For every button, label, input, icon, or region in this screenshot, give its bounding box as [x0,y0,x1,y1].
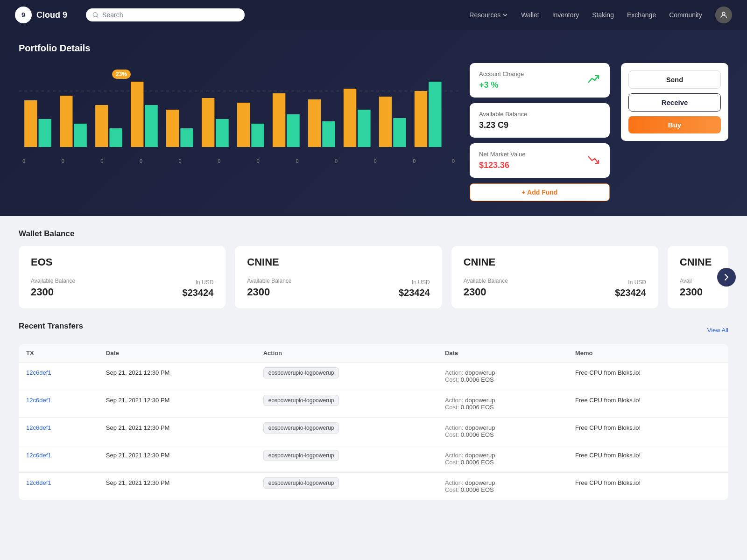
action-badge: eospowerupio-logpowerup [263,367,339,378]
nav-staking[interactable]: Staking [592,11,614,19]
action-badge: eospowerupio-logpowerup [263,450,339,461]
bar-chart-svg [19,63,458,152]
svg-rect-23 [358,110,370,147]
nav-links: Resources Wallet Inventory Staking Excha… [469,7,732,23]
cell-tx: 12c6def1 [19,445,99,473]
transfers-title: Recent Transfers [19,322,83,331]
chevron-right-icon [723,273,730,281]
cell-date: Sep 21, 2021 12:30 PM [99,445,256,473]
search-icon [92,12,99,18]
wallet-cards-container: EOS Available Balance 2300 In USD $23424… [19,246,728,308]
tx-link[interactable]: 12c6def1 [26,424,51,431]
table-row: 12c6def1 Sep 21, 2021 12:30 PM eospoweru… [19,445,728,473]
tx-link[interactable]: 12c6def1 [26,397,51,404]
view-all-link[interactable]: View All [707,327,728,334]
tx-link[interactable]: 12c6def1 [26,369,51,376]
cell-action: eospowerupio-logpowerup [256,418,437,445]
svg-rect-25 [393,118,406,147]
nav-exchange[interactable]: Exchange [627,11,656,19]
table-row: 12c6def1 Sep 21, 2021 12:30 PM eospoweru… [19,390,728,418]
wallet-section-title: Wallet Balance [19,229,728,238]
svg-rect-10 [131,82,143,147]
svg-line-1 [97,16,98,17]
cell-action: eospowerupio-logpowerup [256,390,437,418]
wallet-card-cnine-1: CNINE Available Balance 2300 In USD $234… [235,246,442,308]
cell-date: Sep 21, 2021 12:30 PM [99,418,256,445]
cell-memo: Free CPU from Bloks.io! [568,390,728,418]
avatar[interactable] [715,7,732,23]
cell-action: eospowerupio-logpowerup [256,363,437,390]
svg-rect-11 [145,105,157,147]
cell-tx: 12c6def1 [19,418,99,445]
wallet-section: Wallet Balance EOS Available Balance 230… [0,216,747,308]
svg-rect-21 [322,121,335,147]
nav-community[interactable]: Community [669,11,702,19]
nav-wallet[interactable]: Wallet [521,11,539,19]
brand-name: Cloud 9 [36,10,67,20]
send-button[interactable]: Send [628,70,721,89]
wallet-card-cnine-2: CNINE Available Balance 2300 In USD $234… [451,246,658,308]
svg-rect-17 [251,124,264,147]
net-market-value-value: $123.36 [479,161,525,170]
net-market-value-card: Net Market Value $123.36 [470,143,610,178]
brand-logo: 9 [15,7,32,23]
cell-tx: 12c6def1 [19,363,99,390]
cell-memo: Free CPU from Bloks.io! [568,418,728,445]
tx-link[interactable]: 12c6def1 [26,479,51,486]
chevron-down-icon [502,12,508,18]
transfers-table-header-row: TX Date Action Data Memo [19,344,728,363]
cell-data: Action: dopowerup Cost: 0.0006 EOS [437,363,568,390]
nav-inventory[interactable]: Inventory [552,11,579,19]
available-balance-card: Available Balance 3.23 C9 [470,103,610,138]
cell-data: Action: dopowerup Cost: 0.0006 EOS [437,473,568,500]
hero-title: Portfolio Details [19,43,728,54]
account-change-value: +3 % [479,80,524,90]
cell-date: Sep 21, 2021 12:30 PM [99,363,256,390]
tx-link[interactable]: 12c6def1 [26,452,51,459]
cell-action: eospowerupio-logpowerup [256,473,437,500]
wallet-cards-scroll: EOS Available Balance 2300 In USD $23424… [19,246,728,308]
stat-cards: Account Change +3 % Available Balance 3.… [470,63,610,201]
cell-memo: Free CPU from Bloks.io! [568,473,728,500]
user-icon [719,11,728,19]
action-buttons: Send Receive Buy [621,63,728,141]
svg-rect-16 [237,103,250,147]
navbar: 9 Cloud 9 Resources Wallet Inventory Sta… [0,0,747,30]
svg-rect-19 [287,114,299,147]
search-input[interactable] [102,11,238,19]
transfers-table: TX Date Action Data Memo 12c6def1 Sep 21… [19,344,728,500]
col-action: Action [256,344,437,363]
svg-rect-4 [24,100,37,147]
brand: 9 Cloud 9 [15,7,67,23]
cell-data: Action: dopowerup Cost: 0.0006 EOS [437,418,568,445]
chart-x-axis: 0 0 0 0 0 0 0 0 0 0 0 0 [19,156,458,164]
svg-rect-22 [344,89,356,147]
col-data: Data [437,344,568,363]
buy-button[interactable]: Buy [628,116,721,133]
cell-action: eospowerupio-logpowerup [256,445,437,473]
trending-down-icon [587,153,600,168]
cell-date: Sep 21, 2021 12:30 PM [99,473,256,500]
transfers-table-body: 12c6def1 Sep 21, 2021 12:30 PM eospoweru… [19,363,728,500]
nav-resources[interactable]: Resources [469,11,508,19]
net-market-value-label: Net Market Value [479,151,525,158]
svg-rect-9 [109,128,122,147]
action-badge: eospowerupio-logpowerup [263,477,339,489]
col-date: Date [99,344,256,363]
transfers-header: Recent Transfers View All [19,322,728,338]
add-fund-button[interactable]: + Add Fund [470,183,610,201]
cell-memo: Free CPU from Bloks.io! [568,445,728,473]
cell-tx: 12c6def1 [19,473,99,500]
transfers-section: Recent Transfers View All TX Date Action… [0,308,747,500]
cell-data: Action: dopowerup Cost: 0.0006 EOS [437,390,568,418]
available-balance-value: 3.23 C9 [479,120,527,130]
svg-rect-26 [415,91,427,147]
wallet-scroll-next-button[interactable] [717,268,736,287]
svg-rect-18 [273,93,285,147]
svg-rect-7 [74,124,87,147]
available-balance-label: Available Balance [479,111,527,118]
search-bar[interactable] [86,8,245,21]
receive-button[interactable]: Receive [628,93,721,112]
action-card: Send Receive Buy [621,63,728,141]
svg-rect-13 [180,128,193,147]
